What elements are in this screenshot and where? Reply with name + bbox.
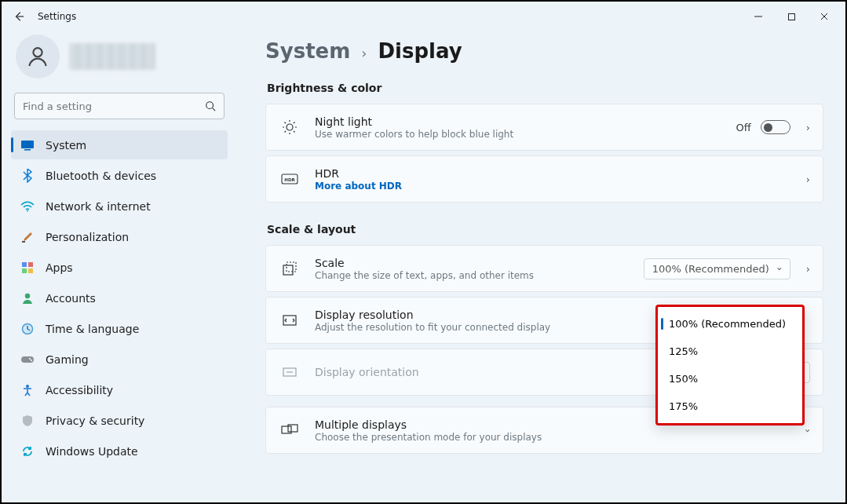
accessibility-icon <box>19 382 36 399</box>
chevron-right-icon: › <box>361 45 367 61</box>
nav-label: Bluetooth & devices <box>46 170 156 182</box>
search-field[interactable] <box>23 100 205 112</box>
nav-label: Privacy & security <box>46 415 144 427</box>
svg-point-9 <box>27 210 28 211</box>
minimize-button[interactable] <box>742 5 775 28</box>
svg-rect-7 <box>21 141 34 148</box>
svg-point-18 <box>29 358 31 360</box>
nav-gaming[interactable]: Gaming <box>11 345 228 374</box>
hdr-icon: HDR <box>279 173 301 184</box>
profile-block[interactable] <box>11 31 228 86</box>
nav-network[interactable]: Network & internet <box>11 192 228 221</box>
update-icon <box>19 443 36 460</box>
nav-accounts[interactable]: Accounts <box>11 283 228 312</box>
scale-option-100[interactable]: 100% (Recommended) <box>658 310 802 338</box>
nav-privacy[interactable]: Privacy & security <box>11 406 228 435</box>
card-hdr[interactable]: HDR HDR More about HDR › <box>265 155 823 203</box>
scale-dropdown[interactable]: 100% (Recommended) 125% 150% 175% <box>655 305 805 425</box>
nav-windows-update[interactable]: Windows Update <box>11 436 228 466</box>
svg-line-26 <box>285 122 287 124</box>
night-light-toggle[interactable] <box>761 120 790 134</box>
section-scale-title: Scale & layout <box>267 223 823 236</box>
nav-apps[interactable]: Apps <box>11 253 228 282</box>
card-desc: Adjust the resolution to fit your connec… <box>315 322 692 333</box>
chevron-right-icon[interactable]: › <box>806 263 810 275</box>
svg-point-15 <box>25 293 30 298</box>
resolution-icon <box>279 314 301 327</box>
close-button[interactable] <box>808 5 841 28</box>
nav-accessibility[interactable]: Accessibility <box>11 375 228 404</box>
svg-rect-10 <box>22 241 25 243</box>
svg-rect-1 <box>788 13 794 20</box>
avatar <box>16 35 60 79</box>
hdr-more-link[interactable]: More about HDR <box>315 181 800 192</box>
svg-point-19 <box>31 360 32 361</box>
svg-point-20 <box>26 385 29 388</box>
scale-option-175[interactable]: 175% <box>658 393 802 420</box>
chevron-right-icon[interactable]: › <box>806 122 810 133</box>
orientation-icon <box>279 366 301 378</box>
nav-label: System <box>46 139 86 152</box>
card-desc: Change the size of text, apps, and other… <box>315 270 644 281</box>
maximize-button[interactable] <box>775 5 808 28</box>
scale-icon <box>279 261 301 276</box>
svg-rect-13 <box>22 268 27 273</box>
svg-line-29 <box>285 131 287 133</box>
shield-icon <box>19 412 36 429</box>
nav-label: Personalization <box>46 231 129 243</box>
scale-option-125[interactable]: 125% <box>658 338 802 365</box>
gamepad-icon <box>19 351 36 368</box>
night-light-icon <box>279 119 301 135</box>
back-button[interactable] <box>6 4 31 29</box>
scale-select[interactable]: 100% (Recommended) <box>644 258 790 279</box>
svg-text:HDR: HDR <box>284 177 295 182</box>
breadcrumb: System › Display <box>265 39 823 63</box>
nav-time-language[interactable]: Time & language <box>11 314 228 343</box>
multiple-displays-icon <box>279 424 301 436</box>
chevron-down-icon[interactable]: › <box>802 428 814 432</box>
card-desc: Choose the presentation mode for your di… <box>315 432 800 443</box>
svg-rect-14 <box>28 268 33 273</box>
svg-rect-32 <box>283 265 293 275</box>
svg-point-21 <box>287 124 293 130</box>
breadcrumb-current: Display <box>378 39 462 63</box>
svg-point-4 <box>33 48 42 57</box>
svg-rect-33 <box>287 262 296 272</box>
breadcrumb-parent[interactable]: System <box>265 39 350 63</box>
apps-icon <box>19 259 36 276</box>
nav-label: Accounts <box>46 292 96 305</box>
nav-personalization[interactable]: Personalization <box>11 222 228 251</box>
card-title: Display resolution <box>315 309 692 321</box>
svg-point-5 <box>206 102 214 109</box>
card-night-light[interactable]: Night light Use warmer colors to help bl… <box>265 104 823 151</box>
svg-line-27 <box>294 131 295 133</box>
toggle-label: Off <box>736 122 751 133</box>
card-desc: Use warmer colors to help block blue lig… <box>315 129 736 140</box>
nav-label: Gaming <box>46 353 89 366</box>
svg-rect-11 <box>22 262 27 267</box>
nav-bluetooth[interactable]: Bluetooth & devices <box>11 161 228 190</box>
system-icon <box>19 137 36 154</box>
search-input[interactable] <box>14 93 225 119</box>
clock-icon <box>19 320 36 338</box>
person-icon <box>19 290 36 307</box>
nav-label: Apps <box>46 261 73 274</box>
svg-rect-12 <box>28 262 33 267</box>
svg-rect-17 <box>21 356 34 363</box>
bluetooth-icon <box>19 167 36 184</box>
profile-name-redacted <box>69 43 155 70</box>
svg-line-6 <box>213 108 216 111</box>
card-title: Scale <box>315 257 644 269</box>
svg-line-28 <box>294 122 295 124</box>
nav-label: Time & language <box>46 323 139 335</box>
section-brightness-title: Brightness & color <box>267 82 823 94</box>
search-icon <box>205 100 216 111</box>
nav-label: Network & internet <box>46 200 151 213</box>
svg-rect-36 <box>282 426 291 433</box>
nav-system[interactable]: System <box>11 130 228 159</box>
card-scale[interactable]: Scale Change the size of text, apps, and… <box>265 245 823 292</box>
brush-icon <box>19 228 36 246</box>
scale-option-150[interactable]: 150% <box>658 365 802 393</box>
app-title: Settings <box>38 11 76 22</box>
chevron-right-icon[interactable]: › <box>806 173 810 185</box>
